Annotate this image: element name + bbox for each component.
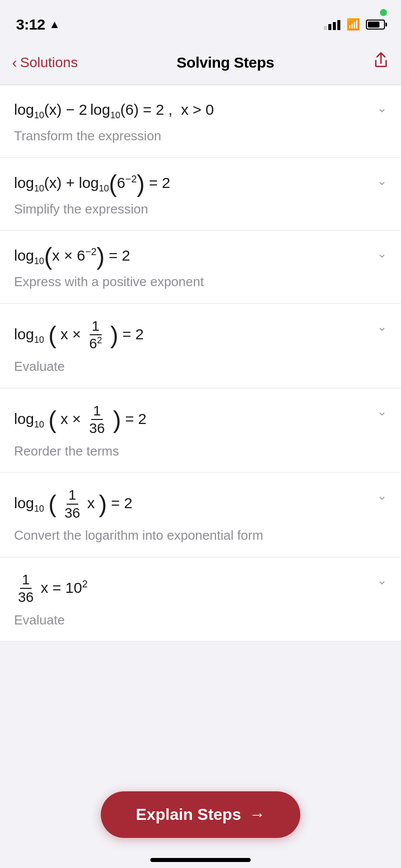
explain-steps-button[interactable]: Explain Steps → [101,791,300,838]
step-5-chevron[interactable]: ⌄ [377,404,387,418]
share-icon [373,52,389,70]
status-icons: 📶 [324,18,385,31]
signal-bars [324,19,340,30]
explain-steps-container: Explain Steps → [101,791,300,838]
step-5-description: Reorder the terms [14,442,387,460]
signal-bar-2 [328,24,331,30]
step-2: ⌄ log10(x) + log10(6−2) = 2 Simplify the… [0,158,401,231]
share-button[interactable] [373,52,389,73]
signal-bar-1 [324,26,327,30]
location-icon: ▲ [49,18,60,31]
step-3-chevron[interactable]: ⌄ [377,247,387,261]
step-7-chevron[interactable]: ⌄ [377,573,387,587]
nav-header: ‹ Solutions Solving Steps [0,40,401,85]
status-bar: 3:12 ▲ 📶 [0,0,401,40]
step-1-chevron[interactable]: ⌄ [377,101,387,115]
step-6-description: Convert the logarithm into exponential f… [14,526,387,544]
page-title: Solving Steps [176,54,274,71]
battery-icon [366,20,385,30]
back-button[interactable]: ‹ Solutions [12,55,78,71]
step-7-description: Evaluate [14,611,387,629]
step-2-math: log10(x) + log10(6−2) = 2 [14,172,387,195]
step-3-description: Express with a positive exponent [14,273,387,291]
step-5-math: log10 ( x × 136 ) = 2 [14,402,387,437]
step-3: ⌄ log10(x × 6−2) = 2 Express with a posi… [0,231,401,304]
step-1-math: log10(x) − 2 log10(6) = 2 , x > 0 [14,99,387,122]
back-chevron-icon: ‹ [12,55,17,70]
green-dot [380,9,387,16]
step-7-math: 136 x = 102 [14,571,387,606]
step-4-description: Evaluate [14,357,387,375]
battery-fill [368,22,379,28]
step-4-math: log10 ( x × 162 ) = 2 [14,318,387,353]
explain-steps-arrow: → [249,805,265,824]
step-4-chevron[interactable]: ⌄ [377,320,387,334]
step-2-chevron[interactable]: ⌄ [377,174,387,188]
step-7: ⌄ 136 x = 102 Evaluate [0,557,401,642]
explain-steps-label: Explain Steps [136,805,241,824]
wifi-icon: 📶 [346,18,360,31]
status-time: 3:12 [16,16,45,33]
step-2-description: Simplify the expression [14,200,387,218]
step-1: ⌄ log10(x) − 2 log10(6) = 2 , x > 0 Tran… [0,85,401,158]
signal-bar-4 [337,20,340,30]
home-indicator [150,858,251,862]
step-4: ⌄ log10 ( x × 162 ) = 2 Evaluate [0,304,401,388]
step-1-description: Transform the expression [14,127,387,145]
step-3-math: log10(x × 6−2) = 2 [14,245,387,268]
content-area: ⌄ log10(x) − 2 log10(6) = 2 , x > 0 Tran… [0,85,401,641]
step-6-chevron[interactable]: ⌄ [377,489,387,503]
step-6-math: log10 ( 136 x ) = 2 [14,487,387,521]
back-label: Solutions [20,55,78,71]
signal-bar-3 [333,22,336,30]
step-5: ⌄ log10 ( x × 136 ) = 2 Reorder the term… [0,388,401,473]
step-6: ⌄ log10 ( 136 x ) = 2 Convert the logari… [0,473,401,557]
